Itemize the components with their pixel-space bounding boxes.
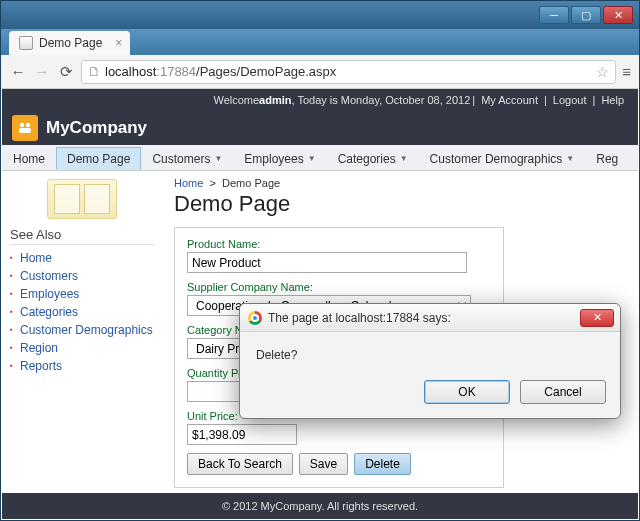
chevron-down-icon: ▼ — [308, 154, 316, 163]
reload-icon[interactable]: ⟳ — [57, 63, 75, 81]
logo-icon — [12, 115, 38, 141]
alert-titlebar[interactable]: The page at localhost:17884 says: ✕ — [240, 304, 620, 332]
alert-title: The page at localhost:17884 says: — [268, 311, 451, 325]
url-path: /Pages/DemoPage.aspx — [196, 64, 336, 79]
window-titlebar: ─ ▢ ✕ — [1, 1, 639, 29]
sidebar-item-customers[interactable]: Customers — [10, 267, 154, 285]
window-close-button[interactable]: ✕ — [603, 6, 633, 24]
os-window: ─ ▢ ✕ Demo Page × ← → ⟳ 🗋 localhost:1788… — [0, 0, 640, 521]
browser-tab-strip: Demo Page × — [1, 29, 639, 55]
sidebar: See Also Home Customers Employees Catego… — [2, 171, 162, 511]
sidebar-list: Home Customers Employees Categories Cust… — [10, 249, 154, 375]
svg-point-0 — [20, 123, 24, 127]
sidebar-item-categories[interactable]: Categories — [10, 303, 154, 321]
logout-link[interactable]: Logout — [553, 94, 587, 106]
sidebar-item-region[interactable]: Region — [10, 339, 154, 357]
bookmark-star-icon[interactable]: ☆ — [596, 64, 609, 80]
welcome-bar: Welcome admin , Today is Monday, October… — [2, 89, 638, 111]
alert-close-button[interactable]: ✕ — [580, 309, 614, 327]
browser-toolbar: ← → ⟳ 🗋 localhost:17884/Pages/DemoPage.a… — [1, 55, 639, 89]
page-footer: © 2012 MyCompany. All rights reserved. — [2, 493, 638, 519]
sidebar-item-customer-demographics[interactable]: Customer Demographics — [10, 321, 154, 339]
browser-tab[interactable]: Demo Page × — [9, 31, 130, 55]
chevron-down-icon: ▼ — [400, 154, 408, 163]
chevron-down-icon: ▼ — [214, 154, 222, 163]
help-link[interactable]: Help — [601, 94, 624, 106]
welcome-date: , Today is Monday, October 08, 2012 — [292, 94, 471, 106]
chrome-menu-icon[interactable]: ≡ — [622, 63, 631, 80]
svg-rect-2 — [19, 128, 31, 133]
breadcrumb-current: Demo Page — [222, 177, 280, 189]
back-icon[interactable]: ← — [9, 63, 27, 81]
sidebar-item-home[interactable]: Home — [10, 249, 154, 267]
menu-customers[interactable]: Customers▼ — [141, 147, 233, 170]
url-host: localhost — [105, 64, 156, 79]
back-to-search-button[interactable]: Back To Search — [187, 453, 293, 475]
forward-icon: → — [33, 63, 51, 81]
js-alert-dialog: The page at localhost:17884 says: ✕ Dele… — [239, 303, 621, 419]
svg-point-1 — [26, 123, 30, 127]
window-minimize-button[interactable]: ─ — [539, 6, 569, 24]
menu-customer-demographics[interactable]: Customer Demographics▼ — [419, 147, 586, 170]
alert-cancel-button[interactable]: Cancel — [520, 380, 606, 404]
delete-button[interactable]: Delete — [354, 453, 411, 475]
input-price[interactable] — [187, 424, 297, 445]
brand-name: MyCompany — [46, 118, 147, 138]
main-menu: Home Demo Page Customers▼ Employees▼ Cat… — [2, 145, 638, 171]
breadcrumb-home[interactable]: Home — [174, 177, 203, 189]
welcome-prefix: Welcome — [213, 94, 259, 106]
alert-message: Delete? — [240, 332, 620, 372]
label-product-name: Product Name: — [187, 238, 491, 250]
sidebar-item-employees[interactable]: Employees — [10, 285, 154, 303]
label-supplier: Supplier Company Name: — [187, 281, 491, 293]
menu-categories[interactable]: Categories▼ — [327, 147, 419, 170]
globe-icon: 🗋 — [88, 64, 101, 79]
page-title: Demo Page — [174, 191, 626, 217]
menu-regions-cut[interactable]: Reg — [585, 147, 629, 170]
tab-close-icon[interactable]: × — [115, 36, 122, 50]
alert-ok-button[interactable]: OK — [424, 380, 510, 404]
window-maximize-button[interactable]: ▢ — [571, 6, 601, 24]
address-bar[interactable]: 🗋 localhost:17884/Pages/DemoPage.aspx ☆ — [81, 60, 616, 84]
welcome-user: admin — [259, 94, 291, 106]
sidebar-item-reports[interactable]: Reports — [10, 357, 154, 375]
save-button[interactable]: Save — [299, 453, 348, 475]
menu-home[interactable]: Home — [2, 147, 56, 170]
chevron-down-icon: ▼ — [566, 154, 574, 163]
my-account-link[interactable]: My Account — [481, 94, 538, 106]
breadcrumb: Home > Demo Page — [174, 177, 626, 189]
sidebar-heading: See Also — [10, 227, 154, 245]
tab-title: Demo Page — [39, 36, 102, 50]
site-header: MyCompany — [2, 111, 638, 145]
chrome-icon — [248, 311, 262, 325]
menu-employees[interactable]: Employees▼ — [233, 147, 326, 170]
sidebar-hero-icon — [47, 179, 117, 219]
input-product-name[interactable] — [187, 252, 467, 273]
url-port: :17884 — [156, 64, 196, 79]
menu-demo-page[interactable]: Demo Page — [56, 147, 141, 170]
